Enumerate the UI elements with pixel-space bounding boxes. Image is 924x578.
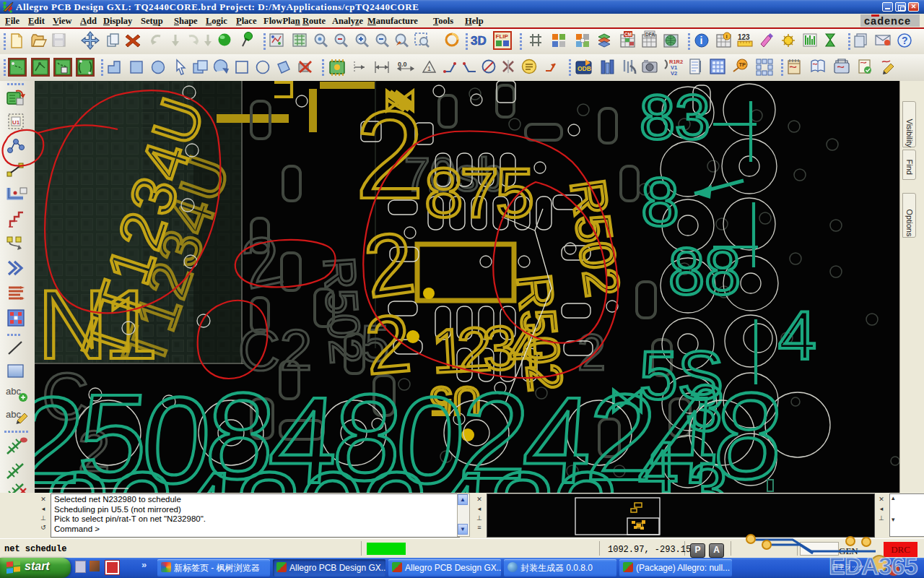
svg-text:4: 4 (164, 447, 242, 493)
svg-text:3D: 3D (471, 34, 487, 48)
svg-text:2: 2 (354, 447, 432, 493)
svg-text:8: 8 (37, 447, 115, 493)
svg-text:0.0: 0.0 (398, 61, 407, 68)
svg-text:2: 2 (545, 447, 623, 493)
svg-text:8: 8 (641, 163, 679, 240)
svg-text:83: 83 (640, 81, 710, 152)
svg-text:875: 875 (424, 154, 532, 231)
svg-text:2: 2 (100, 447, 178, 493)
svg-text:ODB: ODB (578, 65, 591, 72)
svg-text:FLIP: FLIP (496, 33, 509, 40)
svg-text:4: 4 (418, 447, 496, 493)
svg-text:1: 1 (427, 65, 431, 72)
svg-text:U1: U1 (12, 119, 20, 126)
svg-text:i: i (700, 35, 703, 46)
svg-text:123: 123 (738, 33, 750, 41)
svg-text:?: ? (902, 35, 908, 46)
svg-text:8: 8 (710, 367, 788, 493)
svg-text:i: i (726, 33, 728, 40)
svg-text:V2: V2 (671, 70, 677, 77)
svg-text:2: 2 (355, 85, 424, 224)
svg-text:8: 8 (227, 447, 305, 493)
svg-text:CM: CM (624, 32, 632, 37)
svg-text:abc: abc (6, 409, 21, 420)
svg-text:8: 8 (481, 447, 559, 493)
svg-text:0: 0 (291, 447, 369, 493)
svg-text:DFA: DFA (645, 32, 655, 37)
svg-text:TP: TP (739, 61, 746, 68)
svg-text:4: 4 (778, 297, 816, 374)
svg-text:abc: abc (6, 386, 21, 397)
